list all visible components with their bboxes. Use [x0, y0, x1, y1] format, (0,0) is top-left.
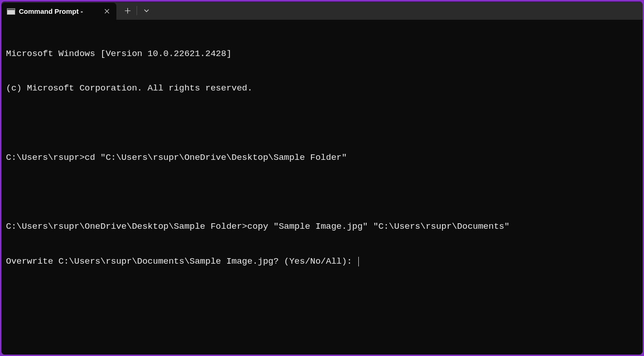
close-icon	[104, 9, 109, 14]
chevron-down-icon	[144, 9, 149, 12]
command-text: copy "Sample Image.jpg" "C:\Users\rsupr\…	[247, 221, 510, 232]
blank-line	[6, 118, 638, 129]
titlebar-actions	[116, 1, 155, 20]
command-line: C:\Users\rsupr>cd "C:\Users\rsupr\OneDri…	[6, 152, 638, 164]
output-line: (c) Microsoft Corporation. All rights re…	[6, 83, 638, 94]
close-tab-button[interactable]	[102, 6, 112, 17]
cmd-icon	[7, 8, 15, 15]
divider	[137, 6, 137, 15]
titlebar: Command Prompt -	[1, 1, 643, 20]
cursor	[358, 257, 359, 266]
new-tab-button[interactable]	[119, 2, 136, 19]
overwrite-prompt: Overwrite C:\Users\rsupr\Documents\Sampl…	[6, 256, 357, 266]
tab-dropdown-button[interactable]	[138, 2, 155, 19]
blank-line	[6, 186, 638, 198]
command-text: cd "C:\Users\rsupr\OneDrive\Desktop\Samp…	[85, 153, 347, 163]
terminal-output[interactable]: Microsoft Windows [Version 10.0.22621.24…	[1, 20, 643, 355]
tab-active[interactable]: Command Prompt -	[1, 3, 116, 20]
tab-title: Command Prompt -	[19, 7, 98, 15]
prompt-line: Overwrite C:\Users\rsupr\Documents\Sampl…	[6, 256, 638, 267]
plus-icon	[125, 8, 131, 14]
terminal-window: Command Prompt -	[1, 1, 643, 355]
prompt: C:\Users\rsupr\OneDrive\Desktop\Sample F…	[6, 221, 247, 232]
command-line: C:\Users\rsupr\OneDrive\Desktop\Sample F…	[6, 221, 638, 232]
prompt: C:\Users\rsupr>	[6, 153, 85, 163]
output-line: Microsoft Windows [Version 10.0.22621.24…	[6, 48, 638, 60]
